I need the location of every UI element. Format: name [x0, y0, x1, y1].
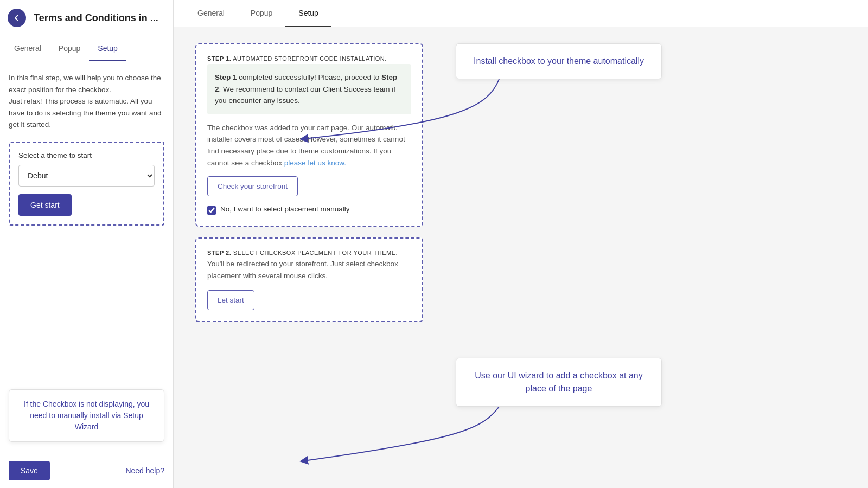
let-start-button[interactable]: Let start: [207, 290, 254, 310]
sidebar-tab-popup[interactable]: Popup: [50, 36, 89, 61]
main-tabs: General Popup Setup: [174, 0, 868, 27]
need-help-link[interactable]: Need help?: [125, 466, 164, 475]
main-tab-setup[interactable]: Setup: [285, 0, 331, 27]
main-tab-general[interactable]: General: [184, 0, 238, 27]
sidebar-tab-general[interactable]: General: [5, 36, 50, 61]
step2-card: STEP 2. Select checkbox placement for yo…: [195, 237, 423, 322]
annotation-box-2: Use our UI wizard to add a checkbox at a…: [456, 358, 662, 407]
sidebar-title: Terms and Conditions in ...: [34, 12, 158, 24]
arrow-2-svg: [456, 401, 564, 466]
get-start-button[interactable]: Get start: [18, 194, 72, 216]
sidebar-callout-box: If the Checkbox is not displaying, you n…: [9, 389, 164, 442]
manual-placement-label: No, I want to select placement manually: [220, 205, 350, 213]
sidebar-footer: Save Need help?: [0, 453, 173, 488]
step1-success-suffix: . We recommend to contact our Client Suc…: [215, 85, 395, 105]
main-tab-popup[interactable]: Popup: [238, 0, 285, 27]
sidebar: Terms and Conditions in ... General Popu…: [0, 0, 174, 488]
step1-link[interactable]: please let us know.: [284, 159, 346, 167]
main-body: STEP 1. Automated storefront code instal…: [174, 27, 868, 488]
main-content: General Popup Setup STEP 1. Automated st…: [174, 0, 868, 488]
steps-column: STEP 1. Automated storefront code instal…: [195, 43, 423, 322]
theme-selection-box: Select a theme to start Debut Get start: [9, 142, 164, 226]
annotation-text-1: Install checkbox to your theme automatic…: [469, 55, 648, 68]
step1-success-box: Step 1 completed successfully! Please, p…: [207, 64, 411, 114]
back-button[interactable]: [8, 9, 26, 27]
sidebar-header: Terms and Conditions in ...: [0, 0, 173, 36]
annotation-text-2: Use our UI wizard to add a checkbox at a…: [469, 369, 648, 395]
manual-placement-checkbox[interactable]: [207, 206, 216, 215]
check-storefront-button[interactable]: Check your storefront: [207, 176, 298, 196]
select-theme-label: Select a theme to start: [18, 151, 155, 159]
step1-success-text: completed successfully! Please, proceed …: [237, 73, 381, 81]
step1-label: STEP 1. Automated storefront code instal…: [207, 55, 411, 62]
save-button[interactable]: Save: [9, 461, 50, 480]
step1-card: STEP 1. Automated storefront code instal…: [195, 43, 423, 227]
annotations-column: Install checkbox to your theme automatic…: [445, 43, 673, 466]
sidebar-content: In this final step, we will help you to …: [0, 61, 173, 389]
sidebar-callout-text: If the Checkbox is not displaying, you n…: [20, 399, 153, 433]
sidebar-tabs: General Popup Setup: [0, 36, 173, 61]
step2-label: STEP 2. Select checkbox placement for yo…: [207, 249, 411, 256]
step1-success-title: Step 1: [215, 73, 237, 81]
step2-desc: You'll be redirected to your storefront.…: [207, 258, 411, 281]
sidebar-tab-setup[interactable]: Setup: [89, 36, 126, 61]
sidebar-description: In this final step, we will help you to …: [9, 72, 164, 131]
arrow-1-svg: [456, 74, 564, 150]
manual-placement-row: No, I want to select placement manually: [207, 205, 411, 215]
theme-select[interactable]: Debut: [18, 165, 155, 187]
